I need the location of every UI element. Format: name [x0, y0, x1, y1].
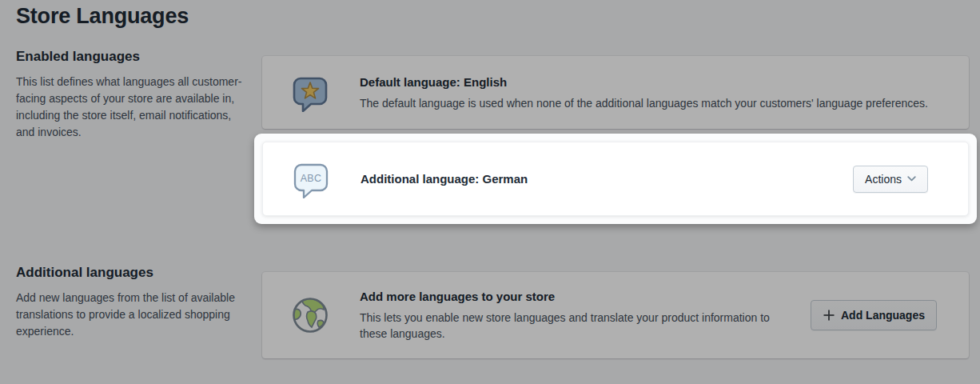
actions-button-label: Actions	[865, 173, 902, 186]
plus-icon	[823, 309, 835, 322]
tour-spotlight-highlight: ABC Additional language: German Actions	[254, 134, 977, 224]
globe-icon	[291, 296, 329, 334]
enabled-languages-heading: Enabled languages	[16, 49, 244, 65]
additional-language-row: ABC Additional language: German Actions	[262, 142, 969, 216]
chevron-down-icon	[907, 176, 916, 182]
add-languages-text: Add more languages to your store This le…	[360, 289, 811, 342]
additional-languages-heading: Additional languages	[16, 265, 244, 281]
add-languages-button-label: Add Languages	[841, 309, 925, 322]
additional-language-title: Additional language: German	[361, 171, 853, 187]
add-languages-description: This lets you enable new store languages…	[360, 310, 787, 342]
default-language-description: The default language is used when none o…	[360, 95, 969, 111]
enabled-languages-section-header: Enabled languages This list defines what…	[16, 49, 244, 141]
default-language-text: Default language: English The default la…	[360, 74, 969, 111]
additional-languages-section-header: Additional languages Add new languages f…	[16, 265, 244, 340]
abc-icon-letters: ABC	[301, 173, 322, 184]
add-languages-row: Add more languages to your store This le…	[262, 272, 969, 358]
actions-button[interactable]: Actions	[853, 166, 928, 193]
add-languages-title: Add more languages to your store	[360, 289, 811, 305]
default-language-row: Default language: English The default la…	[262, 56, 969, 129]
default-language-title: Default language: English	[360, 74, 969, 90]
additional-languages-description: Add new languages from the list of avail…	[16, 290, 244, 340]
page-title: Store Languages	[16, 4, 189, 29]
add-languages-button[interactable]: Add Languages	[811, 300, 937, 330]
enabled-languages-description: This list defines what languages all cus…	[16, 74, 244, 141]
abc-speech-bubble-icon: ABC	[292, 160, 330, 198]
star-speech-bubble-icon	[291, 74, 329, 112]
additional-language-text: Additional language: German	[361, 171, 853, 187]
